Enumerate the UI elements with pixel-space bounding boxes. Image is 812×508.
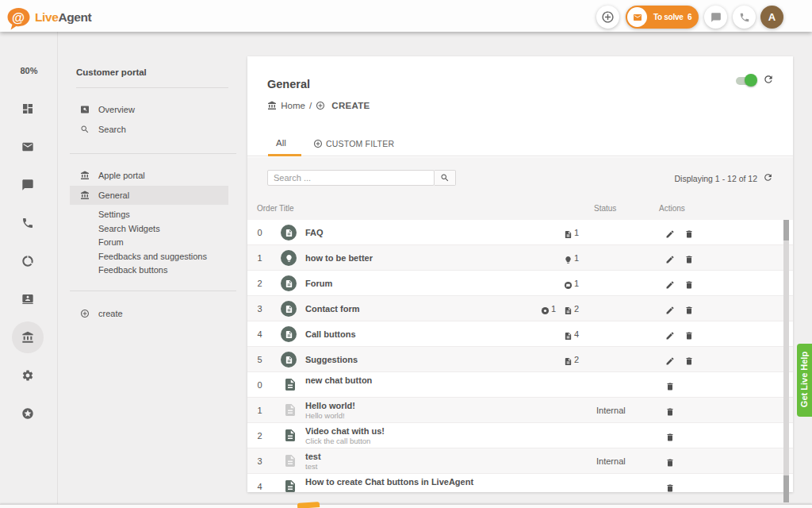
svg-text:@: @: [12, 10, 25, 25]
